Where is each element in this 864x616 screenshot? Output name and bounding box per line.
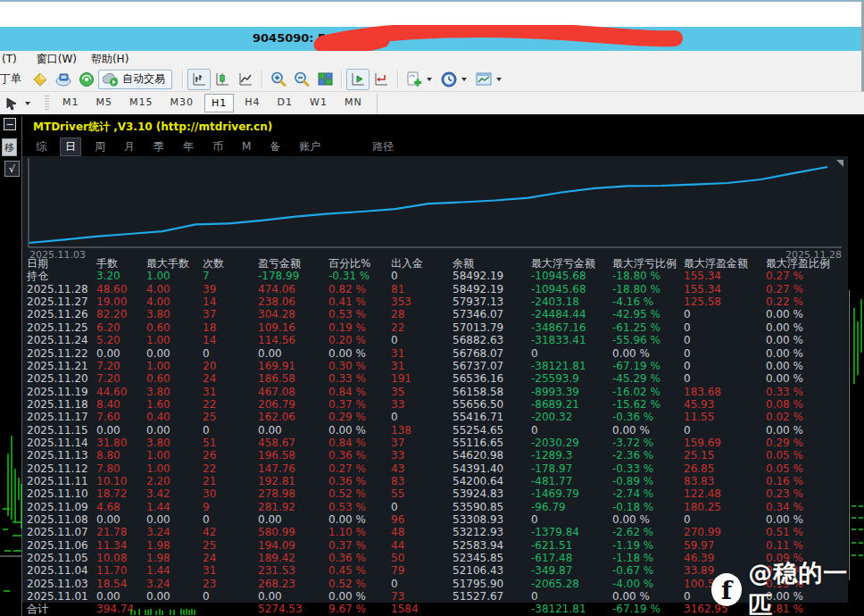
cell: 0.05 % bbox=[761, 449, 848, 462]
cell: 24 bbox=[198, 552, 253, 565]
menu-item[interactable]: 窗口(W) bbox=[33, 52, 87, 67]
cell: 1584 bbox=[386, 603, 448, 616]
cell: 2025.11.07 bbox=[22, 526, 92, 539]
table-row[interactable]: 2025.11.0611.341.9825194.090.37 %4452583… bbox=[22, 539, 848, 553]
cell: 281.92 bbox=[253, 501, 324, 514]
table-row[interactable]: 2025.11.2682.203.8037304.280.53 %2857346… bbox=[22, 308, 848, 321]
cell: 467.08 bbox=[253, 386, 324, 399]
table-row[interactable]: 2025.11.0721.783.2442580.991.10 %4853212… bbox=[22, 526, 848, 539]
tab-账户[interactable]: 账户 bbox=[294, 137, 326, 156]
cell: 2025.11.21 bbox=[22, 360, 92, 373]
table-row[interactable]: 2025.11.2848.604.0039474.060.82 %8158492… bbox=[22, 283, 848, 296]
cell: 0.00 % bbox=[761, 513, 848, 527]
autotrade-button[interactable]: 自动交易 bbox=[98, 70, 172, 89]
table-row[interactable]: 2025.11.177.600.4025162.060.29 %055416.7… bbox=[22, 411, 848, 424]
table-row[interactable]: 2025.11.245.201.0014114.560.20 %056882.6… bbox=[22, 334, 848, 347]
menu-item[interactable]: (T) bbox=[0, 53, 33, 65]
template-icon[interactable] bbox=[472, 69, 495, 90]
zoom-in-icon[interactable] bbox=[267, 69, 290, 90]
cell: 0.00 % bbox=[761, 424, 848, 437]
metaeditor-icon[interactable] bbox=[52, 69, 75, 90]
timeframe-m5[interactable]: M5 bbox=[90, 94, 120, 112]
table-row[interactable]: 2025.11.127.801.0022147.760.27 %4354391.… bbox=[22, 462, 848, 476]
cell: 7.20 bbox=[92, 360, 142, 373]
cell: 0 bbox=[198, 590, 253, 604]
tab-路径[interactable]: 路径 bbox=[367, 137, 399, 156]
cell: 0.00 % bbox=[608, 513, 679, 527]
timeframe-w1[interactable]: W1 bbox=[303, 94, 334, 112]
tab-M[interactable]: M bbox=[237, 138, 256, 154]
toolbar-separator bbox=[182, 71, 183, 88]
crosshair-tool-icon[interactable] bbox=[1, 93, 24, 114]
tab-季[interactable]: 季 bbox=[148, 137, 170, 156]
candlestick-mode-icon[interactable] bbox=[211, 69, 234, 90]
table-row[interactable]: 2025.11.138.801.0026196.580.36 %3354620.… bbox=[22, 449, 848, 462]
table-row[interactable]: 2025.11.256.200.6018109.160.19 %2257013.… bbox=[22, 321, 848, 335]
timeframe-m15[interactable]: M15 bbox=[123, 94, 160, 112]
add-indicator-caret[interactable] bbox=[427, 78, 432, 81]
timeframe-m1[interactable]: M1 bbox=[56, 94, 86, 112]
menu-item[interactable]: 帮助(H) bbox=[87, 52, 139, 67]
bar-chart-mode-icon[interactable] bbox=[187, 69, 211, 90]
table-row[interactable]: 2025.11.150.000.0000.000.00 %13855254.65… bbox=[22, 424, 848, 437]
tab-月[interactable]: 月 bbox=[119, 137, 140, 156]
tab-综[interactable]: 综 bbox=[30, 137, 52, 156]
toolbar-grip[interactable] bbox=[45, 96, 49, 112]
timeframe-d1[interactable]: D1 bbox=[271, 94, 299, 112]
table-row[interactable]: 2025.11.188.401.6022206.790.37 %3355656.… bbox=[22, 398, 848, 412]
cell: 0.00 bbox=[253, 513, 324, 527]
timeframe-separator bbox=[377, 94, 378, 113]
tab-日[interactable]: 日 bbox=[60, 137, 81, 156]
table-row[interactable]: 2025.11.220.000.0000.000.00 %3156768.070… bbox=[22, 347, 848, 361]
tab-备[interactable]: 备 bbox=[264, 137, 286, 156]
add-indicator-icon[interactable] bbox=[403, 69, 426, 90]
new-order-icon[interactable] bbox=[29, 69, 52, 90]
table-row[interactable]: 2025.11.1018.723.4230278.980.52 %5553924… bbox=[22, 487, 848, 501]
cell: -1469.79 bbox=[527, 487, 608, 501]
panel-move-button[interactable]: 移 bbox=[2, 138, 17, 156]
timeframe-h1[interactable]: H1 bbox=[204, 94, 234, 112]
cell: 96 bbox=[386, 513, 448, 527]
table-row[interactable]: 2025.11.080.000.0000.000.00 %9653308.930… bbox=[22, 513, 848, 527]
table-row[interactable]: 2025.11.1110.102.2021192.810.36 %8354200… bbox=[22, 475, 848, 488]
cell: 192.81 bbox=[253, 475, 324, 488]
table-row[interactable]: 2025.11.207.200.6024186.580.33 %19156536… bbox=[22, 372, 848, 386]
table-row[interactable]: 持仓3.201.007-178.99-0.31 %058492.19-10945… bbox=[22, 270, 848, 283]
zoom-out-icon[interactable] bbox=[290, 69, 313, 90]
chart-shift-icon[interactable] bbox=[370, 69, 393, 90]
tile-windows-icon[interactable] bbox=[313, 69, 336, 90]
panel-minimize-button[interactable]: − bbox=[4, 118, 16, 130]
cell: 83.83 bbox=[679, 475, 761, 488]
table-row[interactable]: 2025.11.2719.004.0014238.060.41 %3535793… bbox=[22, 296, 848, 309]
cell: 25 bbox=[198, 539, 253, 553]
auto-scroll-icon[interactable] bbox=[346, 69, 370, 90]
tab-年[interactable]: 年 bbox=[178, 137, 199, 156]
column-header: 最大手数 bbox=[142, 257, 198, 271]
periods-icon[interactable] bbox=[437, 69, 461, 90]
table-row[interactable]: 2025.11.1431.803.8051458.670.84 %3755116… bbox=[22, 437, 848, 450]
cell: 0.00 % bbox=[324, 513, 386, 527]
cell: 22 bbox=[386, 321, 448, 335]
cell: 0.34 % bbox=[761, 501, 848, 514]
timeframe-mn[interactable]: MN bbox=[338, 94, 369, 112]
cell: 3.20 bbox=[92, 270, 142, 283]
cell: 18.54 bbox=[92, 578, 142, 591]
column-header: 最大浮盈比例 bbox=[761, 257, 848, 271]
new-order-label[interactable]: 丁单 bbox=[0, 71, 21, 87]
cell: -8689.21 bbox=[527, 398, 608, 412]
tool-caret[interactable] bbox=[25, 102, 30, 105]
timeframe-m30[interactable]: M30 bbox=[164, 94, 201, 112]
table-row[interactable]: 2025.11.217.201.0020169.910.30 %3156737.… bbox=[22, 360, 848, 373]
tab-周[interactable]: 周 bbox=[89, 137, 111, 156]
timeframe-h4[interactable]: H4 bbox=[238, 94, 266, 112]
cell: 2025.11.01 bbox=[22, 590, 92, 604]
panel-check-button[interactable]: √ bbox=[4, 161, 20, 177]
table-row[interactable]: 2025.11.1944.603.8031467.080.84 %3556158… bbox=[22, 386, 848, 399]
cell: 14 bbox=[198, 296, 253, 309]
line-chart-mode-icon[interactable] bbox=[234, 69, 257, 90]
tab-币[interactable]: 币 bbox=[207, 137, 228, 156]
table-row[interactable]: 2025.11.094.681.449281.920.53 %053590.85… bbox=[22, 501, 848, 514]
periods-caret[interactable] bbox=[461, 78, 467, 81]
signal-icon[interactable] bbox=[75, 69, 98, 90]
template-caret[interactable] bbox=[496, 78, 502, 81]
